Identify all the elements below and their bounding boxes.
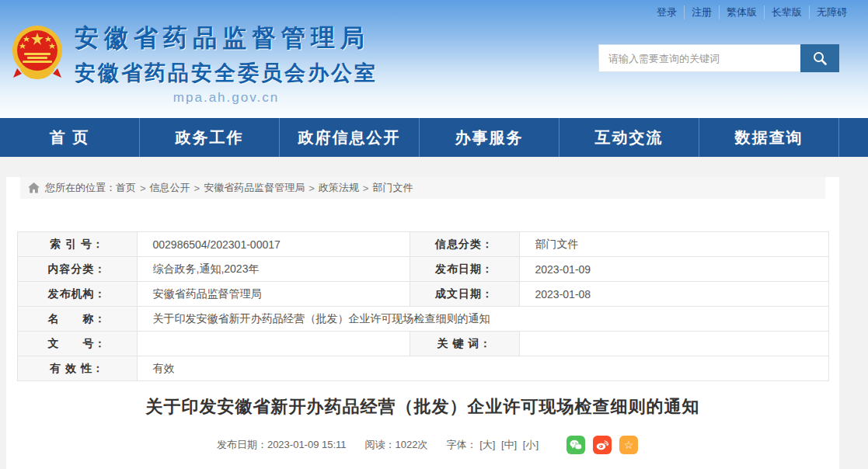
font-size-small-button[interactable]: [小] bbox=[523, 439, 539, 450]
index-number-value: 002986504/202301-00017 bbox=[137, 232, 410, 257]
keywords-value bbox=[519, 332, 828, 356]
accessibility-link[interactable]: 无障碍 bbox=[809, 5, 854, 19]
nav-item-services[interactable]: 办事服务 bbox=[420, 118, 559, 157]
publisher-label: 发布机构： bbox=[17, 282, 137, 307]
traditional-chinese-link[interactable]: 繁体版 bbox=[719, 5, 764, 19]
top-utility-links: 登录 注册 繁体版 长辈版 无障碍 bbox=[650, 5, 854, 19]
font-size-controls: 字体： [大] [中] [小] bbox=[447, 438, 542, 452]
index-number-label: 索 引 号： bbox=[17, 232, 137, 257]
table-row: 索 引 号： 002986504/202301-00017 信息分类： 部门文件 bbox=[17, 232, 828, 257]
site-url: mpa.ah.gov.cn bbox=[75, 90, 378, 106]
breadcrumb-prefix: 您所在的位置： bbox=[45, 181, 116, 195]
breadcrumb-department-documents[interactable]: 部门文件 bbox=[372, 181, 413, 195]
validity-value: 有效 bbox=[137, 356, 828, 381]
article-publish-date: 发布日期：2023-01-09 15:11 bbox=[217, 438, 347, 452]
nav-item-data-query[interactable]: 数据查询 bbox=[699, 118, 839, 157]
font-size-large-button[interactable]: [大] bbox=[479, 439, 495, 450]
wechat-share-icon[interactable] bbox=[566, 436, 585, 454]
nav-item-government-work[interactable]: 政务工作 bbox=[140, 118, 280, 157]
font-size-label: 字体： bbox=[447, 439, 477, 450]
written-date-value: 2023-01-08 bbox=[519, 282, 828, 307]
table-row: 发布机构： 安徽省药品监督管理局 成文日期： 2023-01-08 bbox=[17, 282, 828, 307]
table-row: 名 称： 关于印发安徽省新开办药品经营（批发）企业许可现场检查细则的通知 bbox=[17, 307, 828, 332]
font-size-medium-button[interactable]: [中] bbox=[501, 439, 517, 450]
nav-item-home[interactable]: 首 页 bbox=[0, 118, 140, 157]
content-card: 您所在的位置： 首页 > 信息公开 > 安徽省药品监督管理局 > 政策法规 > … bbox=[6, 177, 839, 469]
article-title: 关于印发安徽省新开办药品经营（批发）企业许可现场检查细则的通知 bbox=[6, 395, 839, 419]
info-category-value: 部门文件 bbox=[519, 232, 828, 257]
elderly-version-link[interactable]: 长辈版 bbox=[764, 5, 809, 19]
written-date-label: 成文日期： bbox=[410, 282, 519, 307]
site-header: 登录 注册 繁体版 长辈版 无障碍 安徽省药品监督管理局 安徽省药品安全委员会办… bbox=[0, 0, 868, 118]
table-row: 有 效 性： 有效 bbox=[17, 356, 828, 381]
site-titles: 安徽省药品监督管理局 安徽省药品安全委员会办公室 mpa.ah.gov.cn bbox=[75, 22, 378, 106]
article-read-count: 阅读：1022次 bbox=[365, 438, 428, 452]
breadcrumb-policy-regulations[interactable]: 政策法规 bbox=[319, 181, 359, 195]
info-category-label: 信息分类： bbox=[410, 232, 519, 257]
site-search bbox=[598, 44, 839, 72]
search-input[interactable] bbox=[598, 44, 800, 72]
table-row: 内容分类： 综合政务,通知,2023年 发布日期： 2023-01-09 bbox=[17, 257, 828, 282]
register-link[interactable]: 注册 bbox=[684, 5, 719, 19]
favorite-star-icon[interactable]: ☆ bbox=[619, 436, 638, 454]
main-nav: 首 页 政务工作 政府信息公开 办事服务 互动交流 数据查询 bbox=[0, 118, 868, 157]
search-button[interactable] bbox=[800, 44, 839, 72]
title-value: 关于印发安徽省新开办药品经营（批发）企业许可现场检查细则的通知 bbox=[137, 307, 828, 332]
nav-item-info-disclosure[interactable]: 政府信息公开 bbox=[280, 118, 420, 157]
breadcrumb-separator: > bbox=[309, 182, 315, 194]
publisher-value: 安徽省药品监督管理局 bbox=[137, 282, 410, 307]
breadcrumb-info-disclosure[interactable]: 信息公开 bbox=[150, 181, 190, 195]
title-label: 名 称： bbox=[17, 307, 137, 332]
keywords-label: 关 键 词： bbox=[410, 332, 519, 356]
breadcrumb-home[interactable]: 首页 bbox=[116, 181, 136, 195]
weibo-share-icon[interactable] bbox=[593, 436, 612, 454]
nav-item-interaction[interactable]: 互动交流 bbox=[559, 118, 699, 157]
nav-filler bbox=[839, 118, 868, 157]
document-info-table: 索 引 号： 002986504/202301-00017 信息分类： 部门文件… bbox=[17, 231, 829, 381]
publish-date-value: 2023-01-09 bbox=[519, 257, 828, 282]
article-meta-row: 发布日期：2023-01-09 15:11 阅读：1022次 字体： [大] [… bbox=[6, 436, 839, 454]
content-category-label: 内容分类： bbox=[17, 257, 137, 282]
breadcrumb-separator: > bbox=[140, 182, 146, 194]
login-link[interactable]: 登录 bbox=[650, 5, 684, 19]
table-row: 文 号： 关 键 词： bbox=[17, 332, 828, 356]
document-number-value bbox=[137, 332, 410, 356]
breadcrumb-separator: > bbox=[363, 182, 369, 194]
validity-label: 有 效 性： bbox=[17, 356, 137, 381]
breadcrumb: 您所在的位置： 首页 > 信息公开 > 安徽省药品监督管理局 > 政策法规 > … bbox=[20, 177, 825, 199]
search-icon bbox=[812, 50, 828, 66]
document-number-label: 文 号： bbox=[17, 332, 137, 356]
breadcrumb-agency[interactable]: 安徽省药品监督管理局 bbox=[204, 181, 305, 195]
site-title-line2: 安徽省药品安全委员会办公室 bbox=[75, 59, 378, 87]
share-icons: ☆ bbox=[559, 436, 638, 454]
publish-date-label: 发布日期： bbox=[410, 257, 519, 282]
breadcrumb-separator: > bbox=[194, 182, 200, 194]
national-emblem-logo bbox=[11, 25, 64, 82]
content-category-value: 综合政务,通知,2023年 bbox=[137, 257, 410, 282]
home-icon bbox=[28, 182, 40, 193]
site-title-line1: 安徽省药品监督管理局 bbox=[75, 22, 378, 54]
